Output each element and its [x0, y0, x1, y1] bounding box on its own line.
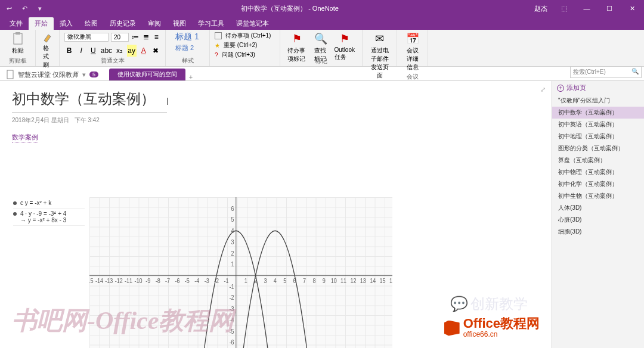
menu-file[interactable]: 文件 [4, 17, 29, 30]
search-icon: 🔍 [631, 68, 639, 74]
svg-text:-3: -3 [205, 278, 209, 285]
svg-text:16: 16 [389, 278, 392, 285]
svg-text:15: 15 [380, 278, 386, 285]
titlebar: ↩ ↶ ▾ 初中数学（互动案例） - OneNote 赵杰 ⬚ ― ☐ ✕ [0, 0, 644, 17]
sidebar-item[interactable]: "仅教师"分区组入门 [552, 95, 644, 107]
menu-view[interactable]: 视图 [167, 17, 192, 30]
watermark-left: 书吧网-Office教程网 [12, 304, 234, 337]
paste-button[interactable]: 粘贴 [5, 31, 30, 56]
qat-more-icon[interactable]: ▾ [35, 3, 45, 14]
numbering-icon[interactable]: ≣ [142, 31, 150, 43]
sidebar-item[interactable]: 初中生物（互动案例） [552, 190, 644, 202]
page-title[interactable]: 初中数学（互动案例） [12, 89, 167, 113]
menu-insert[interactable]: 插入 [54, 17, 79, 30]
tag-question[interactable]: ?问题 (Ctrl+3) [215, 50, 275, 60]
svg-text:-14: -14 [95, 278, 104, 285]
strike-button[interactable]: abc [100, 45, 112, 57]
tag-todo[interactable]: 待办事项 (Ctrl+1) [215, 31, 275, 41]
menu-history[interactable]: 历史记录 [104, 17, 142, 30]
svg-text:-5: -5 [185, 278, 190, 285]
menu-draw[interactable]: 绘图 [79, 17, 104, 30]
svg-text:-6: -6 [230, 339, 234, 346]
svg-text:-8: -8 [156, 278, 160, 285]
menu-review[interactable]: 审阅 [142, 17, 167, 30]
svg-text:8: 8 [312, 278, 315, 285]
sidebar-item[interactable]: 初中化学（互动案例） [552, 178, 644, 190]
style-h2[interactable]: 标题 2 [171, 43, 205, 53]
expand-icon[interactable]: ⤢ [540, 86, 546, 94]
search-input[interactable]: 搜索(Ctrl+E) 🔍 [570, 66, 642, 78]
clear-fmt-button[interactable]: ✖ [151, 45, 160, 57]
sidebar-item[interactable]: 图形的分类（互动案例） [552, 142, 644, 154]
menu-home[interactable]: 开始 [29, 17, 54, 30]
svg-text:-2: -2 [230, 294, 234, 302]
svg-text:14: 14 [370, 278, 376, 285]
back-icon[interactable]: ↩ [4, 3, 14, 14]
font-size-select[interactable] [111, 33, 129, 42]
section-tab[interactable]: 使用仅教师可写的空间 [109, 69, 185, 80]
sidebar-item[interactable]: 初中物理（互动案例） [552, 166, 644, 178]
highlight-button[interactable]: ay [127, 45, 137, 57]
svg-text:5: 5 [283, 278, 286, 285]
section-bar: 智慧云课堂 仅限教师 ▾ 5 使用仅教师可写的空间 + 搜索(Ctrl+E) 🔍 [0, 67, 644, 81]
watermark-right: Office教程网 office66.cn [444, 318, 540, 338]
svg-text:-6: -6 [175, 278, 179, 285]
add-page-button[interactable]: +添加页 [552, 81, 644, 95]
ribbon-collapse-icon[interactable]: ⬚ [553, 0, 575, 17]
svg-text:-2: -2 [214, 278, 219, 285]
bold-button[interactable]: B [64, 45, 74, 57]
svg-text:2: 2 [231, 250, 234, 257]
svg-text:-11: -11 [125, 278, 132, 285]
svg-text:5: 5 [231, 216, 234, 223]
notebook-selector[interactable]: 智慧云课堂 仅限教师 ▾ 5 [0, 69, 104, 80]
meeting-button[interactable]: 📅会议详细信息 [402, 31, 423, 73]
sidebar-item[interactable]: 初中英语（互动案例） [552, 119, 644, 130]
font-name-select[interactable] [64, 33, 109, 42]
underline-button[interactable]: U [88, 45, 98, 57]
add-section-button[interactable]: + [185, 73, 196, 80]
minimize-icon[interactable]: ― [576, 0, 597, 17]
svg-text:4: 4 [231, 227, 235, 234]
sidebar-item[interactable]: 心脏(3D) [552, 214, 644, 226]
tag-important[interactable]: ★重要 (Ctrl+2) [215, 41, 275, 50]
watermark-innov: 💬创新教学 [450, 294, 528, 313]
align-icon[interactable]: ≡ [153, 31, 161, 43]
formula-row[interactable]: c y = -x² + k [13, 198, 85, 209]
svg-text:-15: -15 [89, 278, 94, 285]
user-name[interactable]: 赵杰 [534, 4, 547, 13]
svg-text:6: 6 [293, 278, 296, 285]
notebook-icon [6, 70, 14, 79]
sub-button[interactable]: x₂ [114, 45, 124, 57]
page-canvas[interactable]: ⤢ 初中数学（互动案例） 2018年2月4日 星期日 下午 3:42 数学案例 … [0, 81, 552, 348]
maximize-icon[interactable]: ☐ [599, 0, 620, 17]
math-case-link[interactable]: 数学案例 [12, 133, 38, 142]
format-painter-button[interactable]: 格式刷 [41, 31, 54, 70]
italic-button[interactable]: I [76, 45, 86, 57]
menu-learning[interactable]: 学习工具 [192, 17, 230, 30]
svg-text:3: 3 [231, 238, 234, 246]
page-date: 2018年2月4日 星期日 下午 3:42 [12, 116, 540, 125]
sidebar-item[interactable]: 初中数学（互动案例） [552, 107, 644, 119]
formula-row[interactable]: 4 · y · -9 = -3⁴ + 4→ y = -x² + 8x - 3 [13, 209, 85, 226]
sidebar-item[interactable]: 算盘（互动案例） [552, 154, 644, 166]
window-title: 初中数学（互动案例） - OneNote [45, 4, 534, 13]
svg-text:2: 2 [254, 278, 257, 285]
bullets-icon[interactable]: ≔ [131, 31, 140, 43]
email-page-button[interactable]: ✉通过电子邮件发送页面 [367, 31, 392, 81]
font-color-button[interactable]: A [139, 45, 148, 57]
menu-classnb[interactable]: 课堂笔记本 [230, 17, 275, 30]
close-icon[interactable]: ✕ [621, 0, 643, 17]
svg-text:6: 6 [231, 205, 234, 212]
sidebar-item[interactable]: 人体(3D) [552, 202, 644, 214]
svg-text:-1: -1 [224, 278, 228, 285]
sidebar-item[interactable]: 初中地理（互动案例） [552, 130, 644, 142]
brush-icon [42, 32, 53, 43]
style-h1[interactable]: 标题 1 [171, 31, 205, 43]
svg-text:-13: -13 [105, 278, 113, 285]
sidebar-item[interactable]: 细胞(3D) [552, 226, 644, 238]
svg-text:-7: -7 [165, 278, 170, 285]
undo-icon[interactable]: ↶ [19, 3, 30, 14]
svg-rect-1 [16, 32, 20, 35]
svg-rect-0 [14, 33, 22, 44]
svg-text:-10: -10 [134, 278, 142, 285]
